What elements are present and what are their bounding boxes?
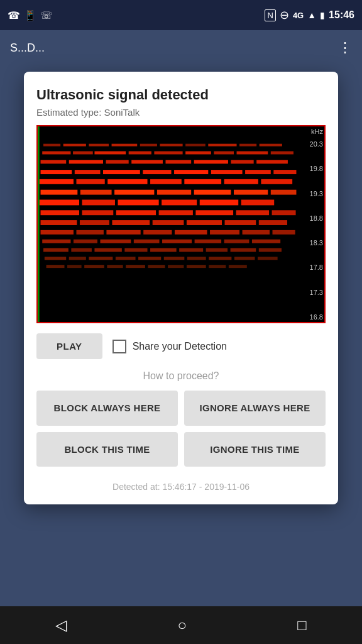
svg-rect-39 <box>184 179 221 184</box>
svg-rect-59 <box>195 210 233 215</box>
svg-rect-51 <box>118 200 159 206</box>
svg-rect-45 <box>157 190 191 195</box>
back-button[interactable]: ◁ <box>55 616 67 634</box>
svg-rect-8 <box>239 144 256 147</box>
svg-rect-57 <box>116 210 156 215</box>
svg-rect-76 <box>272 230 295 235</box>
svg-rect-112 <box>209 265 226 268</box>
freq-label-188: 18.8 <box>300 214 323 222</box>
freq-label-168: 16.8 <box>300 313 323 321</box>
svg-rect-73 <box>175 230 207 235</box>
svg-rect-13 <box>129 151 151 154</box>
svg-rect-111 <box>187 265 206 268</box>
svg-rect-9 <box>260 144 282 147</box>
svg-rect-1 <box>63 144 86 147</box>
svg-rect-36 <box>76 179 104 184</box>
svg-rect-90 <box>179 248 203 252</box>
svg-rect-88 <box>124 248 147 252</box>
svg-rect-25 <box>231 160 253 164</box>
svg-rect-37 <box>107 179 147 184</box>
status-time: 15:46 <box>329 9 354 21</box>
svg-rect-82 <box>195 240 222 243</box>
dialog-subtitle: Estimated type: SoniTalk <box>36 107 326 118</box>
svg-rect-94 <box>45 257 66 260</box>
svg-rect-31 <box>174 170 208 174</box>
svg-rect-56 <box>82 210 114 215</box>
svg-rect-98 <box>138 257 161 260</box>
svg-rect-2 <box>89 144 109 147</box>
network-icon: 4G <box>293 11 304 20</box>
svg-rect-89 <box>150 248 177 252</box>
play-button[interactable]: PLAY <box>36 333 102 359</box>
svg-rect-74 <box>210 230 239 235</box>
svg-rect-33 <box>245 170 271 174</box>
share-row: Share your Detection <box>112 340 326 353</box>
ignore-always-here-button[interactable]: IGNORE ALWAYS HERE <box>184 391 326 426</box>
freq-label-178: 17.8 <box>300 264 323 271</box>
svg-rect-38 <box>150 179 182 184</box>
svg-rect-44 <box>114 190 154 195</box>
freq-label-183: 18.3 <box>300 239 323 247</box>
svg-rect-35 <box>40 179 74 184</box>
status-bar: ☎ 📱 ☏ N ⊖ 4G ▲ ▮ 15:46 <box>0 0 362 30</box>
status-left-icons: ☎ 📱 ☏ <box>8 9 53 21</box>
share-checkbox[interactable] <box>112 340 126 353</box>
svg-rect-7 <box>208 144 236 147</box>
block-always-here-button[interactable]: BLOCK ALWAYS HERE <box>36 391 178 426</box>
svg-rect-52 <box>162 200 197 206</box>
svg-rect-19 <box>41 160 67 164</box>
svg-rect-3 <box>112 144 138 147</box>
svg-rect-27 <box>41 170 72 174</box>
svg-rect-32 <box>211 170 243 174</box>
svg-rect-55 <box>41 210 79 215</box>
svg-rect-60 <box>236 210 269 215</box>
svg-rect-11 <box>73 151 93 154</box>
svg-rect-78 <box>74 240 97 243</box>
svg-rect-30 <box>143 170 171 174</box>
svg-rect-69 <box>41 230 74 235</box>
svg-rect-6 <box>185 144 206 147</box>
svg-rect-50 <box>82 200 115 206</box>
svg-rect-110 <box>168 265 184 268</box>
svg-rect-20 <box>69 160 103 164</box>
svg-rect-107 <box>107 265 123 268</box>
svg-rect-48 <box>271 190 297 195</box>
svg-rect-5 <box>160 144 182 147</box>
status-right-icons: N ⊖ 4G ▲ ▮ 15:46 <box>265 8 354 22</box>
recents-button[interactable]: □ <box>297 616 307 634</box>
freq-label-193: 19.3 <box>300 190 323 197</box>
svg-rect-80 <box>134 240 160 243</box>
overflow-menu-icon[interactable]: ⋮ <box>338 40 352 56</box>
app-bar: S...D... ⋮ <box>0 30 362 65</box>
share-label: Share your Detection <box>133 341 227 352</box>
phone-icon: ☎ <box>8 9 20 21</box>
content-area: Ultrasonic signal detected Estimated typ… <box>0 65 362 606</box>
phone-alt-icon: 📱 <box>24 9 36 21</box>
svg-rect-104 <box>47 265 65 268</box>
svg-rect-66 <box>187 220 222 225</box>
dialog-title: Ultrasonic signal detected <box>36 87 326 103</box>
svg-rect-86 <box>71 248 92 252</box>
svg-rect-105 <box>67 265 82 268</box>
svg-rect-46 <box>194 190 231 195</box>
svg-rect-4 <box>140 144 157 147</box>
svg-rect-85 <box>43 248 69 252</box>
svg-rect-58 <box>159 210 193 215</box>
minus-icon: ⊖ <box>280 8 289 22</box>
svg-rect-100 <box>187 257 206 260</box>
ignore-this-time-button[interactable]: IGNORE THIS TIME <box>184 432 326 467</box>
svg-rect-70 <box>76 230 103 235</box>
svg-rect-23 <box>165 160 191 164</box>
svg-rect-77 <box>42 240 70 243</box>
block-this-time-button[interactable]: BLOCK THIS TIME <box>36 432 178 467</box>
svg-rect-14 <box>154 151 182 154</box>
svg-rect-87 <box>94 248 121 252</box>
svg-rect-63 <box>80 220 109 225</box>
svg-rect-108 <box>126 265 145 268</box>
battery-icon: ▮ <box>320 10 325 20</box>
home-button[interactable]: ○ <box>177 616 187 634</box>
nfc-icon: N <box>265 9 275 21</box>
svg-rect-26 <box>256 160 288 164</box>
svg-rect-42 <box>41 190 78 195</box>
svg-rect-75 <box>243 230 270 235</box>
